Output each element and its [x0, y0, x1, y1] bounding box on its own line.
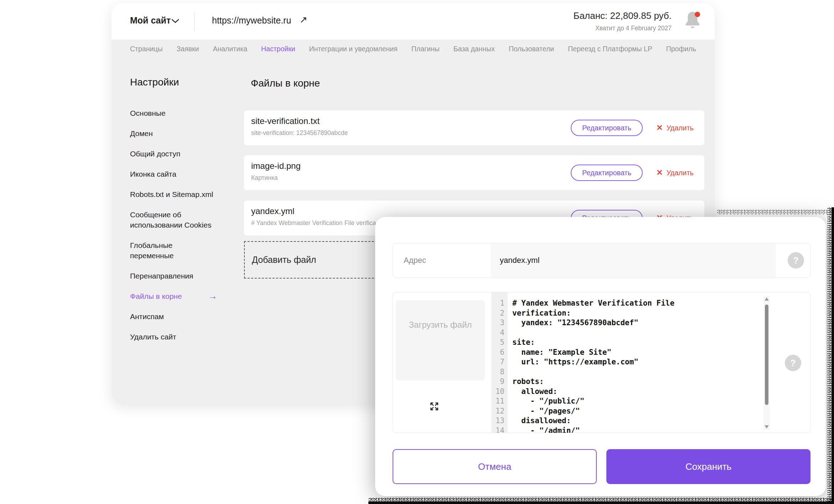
file-name: image-id.png	[251, 161, 301, 171]
code-line: 7 url: "https://example.com"	[491, 358, 762, 368]
delete-button[interactable]: ✕ Удалить	[656, 168, 694, 177]
editor-scrollbar[interactable]	[763, 296, 770, 430]
delete-x-icon: ✕	[656, 123, 663, 133]
address-help-button[interactable]: ?	[788, 252, 804, 269]
file-name: yandex.yml	[251, 206, 294, 216]
code-area[interactable]: 1# Yandex Webmaster Verification File 2v…	[491, 299, 762, 433]
scrollbar-thumb[interactable]	[765, 305, 768, 405]
code-line: 4	[491, 328, 762, 338]
tab-integrations[interactable]: Интеграции и уведомления	[309, 45, 398, 53]
code-line: 13 disallowed:	[491, 416, 762, 426]
sidebar-item-cookies-message[interactable]: Сообщение об использовании Cookies	[130, 209, 217, 230]
delete-button[interactable]: ✕ Удалить	[656, 123, 694, 133]
address-row: Адрес yandex.yml ?	[393, 243, 810, 278]
torn-edge-bottom	[368, 498, 834, 504]
settings-sidebar: Основные Домен Общий доступ Иконка сайта…	[130, 108, 217, 342]
site-url-link[interactable]: https://mywebsite.ru	[212, 15, 291, 26]
edit-button[interactable]: Редактировать	[571, 120, 643, 136]
code-line: 11 - "/public/"	[491, 397, 762, 407]
scroll-up-icon[interactable]	[765, 297, 769, 301]
sidebar-item-delete-site[interactable]: Удалить сайт	[130, 332, 217, 342]
notifications-bell-icon[interactable]	[682, 9, 703, 32]
tab-users[interactable]: Пользователи	[509, 45, 554, 53]
top-nav: Страницы Заявки Аналитика Настройки Инте…	[112, 40, 715, 58]
cancel-button[interactable]: Отмена	[393, 449, 597, 484]
sidebar-item-robots-sitemap[interactable]: Robots.txt и Sitemap.xml	[130, 189, 217, 199]
file-description: site-verification: 1234567890abcde	[251, 129, 348, 137]
edit-button[interactable]: Редактировать	[571, 165, 643, 181]
sidebar-item-general[interactable]: Основные	[130, 108, 217, 118]
file-description: Картинка	[251, 174, 278, 182]
sidebar-item-site-icon[interactable]: Иконка сайта	[130, 169, 217, 179]
sidebar-item-global-variables[interactable]: Глобальные переменные	[130, 240, 217, 261]
sidebar-item-shared-access[interactable]: Общий доступ	[130, 149, 217, 159]
tab-plugins[interactable]: Плагины	[411, 45, 440, 53]
sidebar-item-root-files[interactable]: Файлы в корне →	[130, 291, 217, 301]
code-line: 12 - "/pages/"	[491, 407, 762, 417]
site-switcher[interactable]: Мой сайт	[130, 15, 171, 26]
tab-database[interactable]: База данных	[454, 45, 495, 53]
tab-profile[interactable]: Профиль	[666, 45, 696, 53]
open-site-icon[interactable]: ↗	[300, 14, 307, 25]
sidebar-item-antispam[interactable]: Антиспам	[130, 311, 217, 322]
file-description: # Yandex Webmaster Verification File ver…	[251, 219, 381, 227]
sidebar-title: Настройки	[130, 77, 179, 88]
code-line: 2verification:	[491, 309, 762, 319]
save-button[interactable]: Сохранить	[606, 449, 810, 484]
code-line: 8	[491, 368, 762, 378]
sidebar-item-redirects[interactable]: Перенаправления	[130, 271, 217, 281]
code-line: 10 allowed:	[491, 387, 762, 397]
code-line: 1# Yandex Webmaster Verification File	[491, 299, 762, 309]
header-divider	[194, 12, 195, 31]
delete-x-icon: ✕	[656, 168, 663, 177]
file-card-site-verification: site-verification.txt site-verification:…	[244, 110, 704, 145]
fullscreen-expand-icon[interactable]	[429, 401, 440, 412]
balance-label: Баланс: 22,809.85 руб.	[574, 10, 672, 21]
tab-analytics[interactable]: Аналитика	[213, 45, 247, 53]
file-editor: Загрузить файл 1# Yandex Webmaster Verif…	[393, 292, 810, 433]
tab-pages[interactable]: Страницы	[130, 45, 163, 53]
address-label: Адрес	[404, 243, 426, 277]
file-name: site-verification.txt	[251, 116, 320, 126]
file-card-image-id: image-id.png Картинка Редактировать ✕ Уд…	[244, 155, 704, 190]
code-line: 9robots:	[491, 377, 762, 387]
address-input[interactable]: yandex.yml	[491, 243, 776, 277]
active-item-arrow-icon: →	[208, 291, 217, 301]
tab-migration[interactable]: Переезд с Платформы LP	[568, 45, 652, 53]
upload-file-dropzone[interactable]: Загрузить файл	[396, 300, 485, 380]
tab-requests[interactable]: Заявки	[177, 45, 199, 53]
sidebar-item-domain[interactable]: Домен	[130, 128, 217, 139]
code-line: 5site:	[491, 338, 762, 348]
scroll-down-icon[interactable]	[765, 425, 769, 428]
code-line: 14 - "/admin/"	[491, 426, 762, 433]
code-line: 6 name: "Example Site"	[491, 348, 762, 358]
editor-help-button[interactable]: ?	[785, 355, 801, 371]
balance-expiry-label: Хватит до 4 February 2027	[595, 25, 672, 32]
page-title: Файлы в корне	[251, 78, 320, 89]
code-line: 3 yandex: "1234567890abcdef"	[491, 318, 762, 328]
torn-edge-right	[827, 207, 834, 504]
window-header: Мой сайт https://mywebsite.ru ↗ Баланс: …	[112, 3, 715, 40]
edit-file-modal: Адрес yandex.yml ? Загрузить файл 1# Yan…	[375, 217, 826, 496]
chevron-down-icon[interactable]	[171, 19, 179, 24]
tab-settings[interactable]: Настройки	[261, 45, 295, 53]
notification-dot	[695, 12, 700, 17]
torn-edge-top-right	[717, 209, 834, 214]
